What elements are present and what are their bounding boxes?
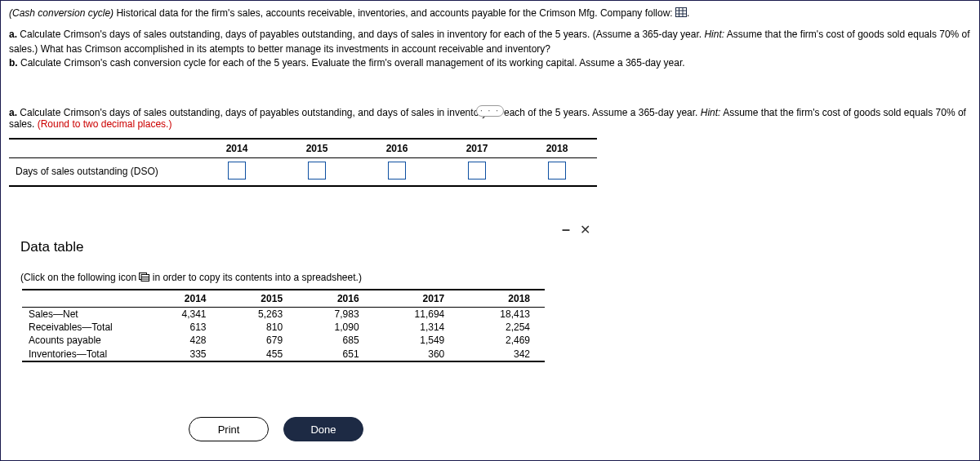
cell: 4,341: [145, 308, 221, 321]
part-b: b. Calculate Crimson's cash conversion c…: [9, 56, 971, 70]
data-year-2014: 2014: [145, 290, 221, 308]
intro-line: (Cash conversion cycle) Historical data …: [9, 7, 971, 20]
print-button[interactable]: Print: [189, 417, 269, 441]
row-label-sales: Sales—Net: [22, 308, 145, 321]
cell: 335: [145, 348, 221, 361]
intro-text: Historical data for the firm's sales, ac…: [114, 7, 675, 19]
cell: 651: [297, 348, 374, 361]
modal-title: Data table: [20, 239, 589, 255]
dso-table: 2014 2015 2016 2017 2018 Days of sales o…: [9, 138, 597, 187]
cell: 7,983: [297, 308, 374, 321]
part-b-label: b.: [9, 57, 18, 69]
answer-a-hint-label: Hint:: [701, 107, 721, 118]
cell: 685: [297, 334, 374, 347]
copy-spreadsheet-icon[interactable]: [139, 273, 149, 284]
cell: 1,549: [374, 334, 460, 347]
dso-input-2014[interactable]: [228, 162, 246, 180]
row-label-receivables: Receivables—Total: [22, 321, 145, 334]
round-note: (Round to two decimal places.): [38, 118, 172, 130]
minimize-icon[interactable]: –: [562, 221, 570, 238]
answer-a-text-1: Calculate Crimson's days of sales outsta…: [17, 107, 701, 118]
cell: 810: [221, 321, 298, 334]
dso-input-2015[interactable]: [308, 162, 326, 180]
dso-input-2017[interactable]: [468, 162, 486, 180]
table-row: Inventories—Total 335 455 651 360 342: [22, 348, 545, 361]
cell: 2,469: [459, 334, 545, 347]
intro-period: .: [687, 7, 689, 19]
data-year-2015: 2015: [221, 290, 298, 308]
dso-body-row: Days of sales outstanding (DSO): [9, 157, 597, 186]
answer-section: a. Calculate Crimson's days of sales out…: [9, 107, 971, 187]
row-label-ap: Acounts payable: [22, 334, 145, 347]
cell: 455: [221, 348, 298, 361]
question-parts: a. Calculate Crimson's days of sales out…: [9, 28, 971, 70]
modal-controls: – ✕: [562, 221, 590, 238]
svg-rect-6: [141, 274, 149, 281]
dso-head-blank: [9, 139, 197, 158]
cell: 613: [145, 321, 221, 334]
data-table-modal: – ✕ Data table (Click on the following i…: [9, 219, 597, 456]
topic-italic: (Cash conversion cycle): [9, 7, 114, 19]
close-icon[interactable]: ✕: [580, 222, 590, 237]
data-table-icon[interactable]: [675, 7, 687, 20]
dso-year-2018: 2018: [517, 139, 597, 158]
section-divider-icon: · · ·: [476, 105, 504, 117]
cell: 679: [221, 334, 298, 347]
data-table: 2014 2015 2016 2017 2018 Sales—Net 4,341…: [22, 290, 545, 361]
copy-hint-part1: (Click on the following icon: [20, 272, 139, 283]
part-b-text: Calculate Crimson's cash conversion cycl…: [18, 57, 685, 69]
done-button[interactable]: Done: [283, 417, 363, 441]
answer-a-label: a.: [9, 107, 17, 118]
cell: 342: [459, 348, 545, 361]
dso-year-2016: 2016: [357, 139, 437, 158]
cell: 1,090: [297, 321, 374, 334]
cell: 5,263: [221, 308, 298, 321]
copy-hint: (Click on the following icon in order to…: [20, 272, 589, 284]
cell: 18,413: [459, 308, 545, 321]
dso-input-2016[interactable]: [388, 162, 406, 180]
cell: 2,254: [459, 321, 545, 334]
dso-row-label: Days of sales outstanding (DSO): [9, 157, 197, 186]
modal-buttons: Print Done: [189, 417, 363, 441]
page-root: (Cash conversion cycle) Historical data …: [0, 0, 980, 461]
part-a: a. Calculate Crimson's days of sales out…: [9, 28, 971, 56]
table-row: Receivables—Total 613 810 1,090 1,314 2,…: [22, 321, 545, 334]
collapse-caret-icon[interactable]: [0, 74, 1, 84]
table-row: Sales—Net 4,341 5,263 7,983 11,694 18,41…: [22, 308, 545, 321]
dso-head-row: 2014 2015 2016 2017 2018: [9, 139, 597, 158]
dso-year-2014: 2014: [197, 139, 277, 158]
table-row: Acounts payable 428 679 685 1,549 2,469: [22, 334, 545, 347]
data-year-2016: 2016: [297, 290, 374, 308]
data-year-2017: 2017: [374, 290, 460, 308]
part-a-text-1: Calculate Crimson's days of sales outsta…: [17, 29, 704, 40]
dso-year-2017: 2017: [437, 139, 517, 158]
dso-year-2015: 2015: [277, 139, 357, 158]
part-a-label: a.: [9, 29, 17, 40]
part-a-hint-label: Hint:: [704, 29, 724, 40]
cell: 1,314: [374, 321, 460, 334]
data-year-2018: 2018: [459, 290, 545, 308]
row-label-inventories: Inventories—Total: [22, 348, 145, 361]
data-head-row: 2014 2015 2016 2017 2018: [22, 290, 545, 308]
copy-hint-part2: in order to copy its contents into a spr…: [149, 272, 361, 283]
data-head-blank: [22, 290, 145, 308]
dso-input-2018[interactable]: [548, 162, 566, 180]
svg-rect-0: [675, 8, 686, 17]
data-table-wrap: 2014 2015 2016 2017 2018 Sales—Net 4,341…: [22, 289, 545, 362]
cell: 428: [145, 334, 221, 347]
cell: 11,694: [374, 308, 460, 321]
cell: 360: [374, 348, 460, 361]
